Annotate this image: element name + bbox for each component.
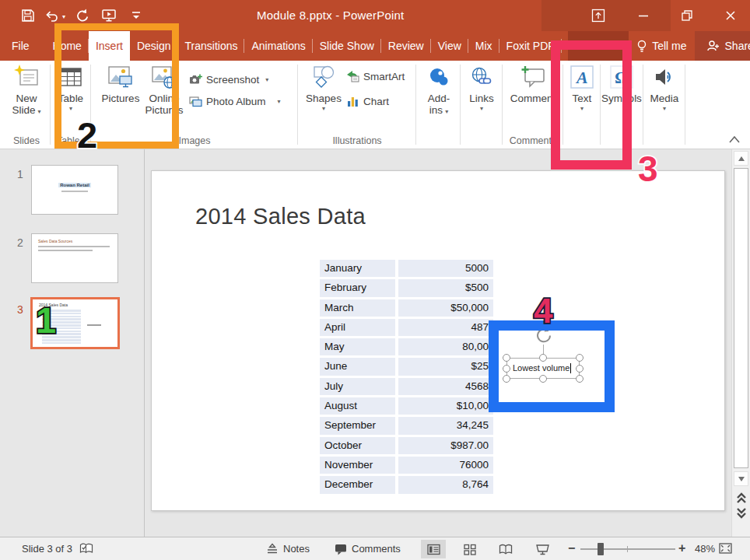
photo-album-button[interactable]: Photo Album▾ [189, 95, 281, 107]
table-cell-value[interactable]: 8,764 [398, 476, 493, 493]
slide-indicator[interactable]: Slide 3 of 3 [22, 543, 72, 555]
close-icon[interactable] [724, 9, 738, 23]
table-cell-month[interactable]: September [320, 417, 398, 434]
table-cell-month[interactable]: November [320, 457, 398, 474]
tab-design[interactable]: Design [130, 31, 178, 61]
tab-tell-me[interactable]: Tell me [629, 31, 694, 61]
tab-format[interactable]: Format [568, 31, 629, 61]
resize-handle-n[interactable] [539, 354, 547, 362]
undo-icon[interactable] [44, 8, 59, 23]
tab-foxit-pdf[interactable]: Foxit PDF [499, 31, 562, 61]
table-cell-month[interactable]: October [320, 437, 398, 454]
undo-dropdown-caret[interactable]: ▾ [62, 13, 65, 20]
notes-button[interactable]: Notes [283, 543, 310, 555]
table-cell-value[interactable]: 5000 [398, 260, 493, 277]
reading-view-button[interactable] [493, 540, 518, 558]
redo-icon[interactable] [75, 8, 90, 23]
symbols-button[interactable]: Ω Symbols [601, 64, 642, 104]
tab-insert[interactable]: Insert [89, 31, 130, 61]
tab-home[interactable]: Home [46, 31, 89, 61]
fit-to-window-icon[interactable] [719, 542, 732, 555]
zoom-slider-thumb[interactable] [598, 543, 604, 555]
table-cell-value[interactable]: 80,00 [398, 338, 493, 355]
add-ins-button[interactable]: Add- ins▾ [419, 64, 459, 117]
text-button[interactable]: A Text ▾ [565, 64, 599, 112]
links-button[interactable]: Links ▾ [462, 64, 501, 112]
screenshot-button[interactable]: Screenshot▾ [189, 73, 281, 86]
tab-view[interactable]: View [431, 31, 468, 61]
slide-thumbnail-2[interactable]: Sales Data Sources [31, 233, 118, 283]
pictures-button[interactable]: Pictures [99, 64, 142, 104]
comments-button[interactable]: Comments [352, 543, 401, 555]
resize-handle-e[interactable] [576, 365, 584, 373]
scroll-down-button[interactable] [734, 471, 748, 486]
resize-handle-nw[interactable] [503, 354, 510, 362]
table-cell-value[interactable]: $50,000 [398, 299, 493, 317]
save-icon[interactable] [20, 8, 36, 23]
slide-thumbnail-1[interactable]: Rowan Retail [31, 165, 118, 215]
chart-button[interactable]: Chart [346, 95, 405, 107]
resize-handle-se[interactable] [576, 375, 584, 383]
table-cell-value[interactable]: 76000 [398, 457, 493, 474]
smartart-button[interactable]: SmartArt [346, 70, 405, 82]
tab-mix[interactable]: Mix [468, 31, 499, 61]
table-cell-month[interactable]: December [320, 476, 398, 493]
table-cell-value[interactable]: 34,245 [398, 417, 493, 434]
start-slideshow-icon[interactable] [101, 8, 117, 23]
resize-handle-ne[interactable] [576, 354, 584, 362]
table-cell-month[interactable]: March [320, 299, 398, 317]
table-cell-value[interactable]: 4568 [398, 378, 493, 395]
tab-share[interactable]: Share [695, 31, 750, 61]
online-pictures-button[interactable]: Online Pictures [142, 64, 186, 116]
comment-button[interactable]: Comment [504, 64, 562, 104]
previous-slide-button[interactable] [735, 492, 748, 504]
table-cell-month[interactable]: August [320, 397, 398, 415]
resize-handle-sw[interactable] [503, 375, 510, 383]
slide-show-view-button[interactable] [530, 540, 555, 558]
table-cell-month[interactable]: February [320, 279, 398, 296]
minimize-icon[interactable] [636, 9, 650, 23]
table-cell-value[interactable]: $987.00 [398, 437, 493, 454]
restore-icon[interactable] [680, 9, 694, 23]
collapse-ribbon-icon[interactable] [728, 135, 741, 144]
resize-handle-s[interactable] [539, 375, 547, 383]
slide-thumbnail-3-selected[interactable]: 2014 Sales Data [30, 297, 120, 349]
table-cell-month[interactable]: July [320, 378, 398, 395]
tab-animations[interactable]: Animations [244, 31, 312, 61]
resize-handle-w[interactable] [503, 365, 510, 373]
table-cell-month[interactable]: June [320, 358, 398, 375]
shapes-button[interactable]: Shapes ▾ [302, 64, 345, 112]
ribbon-display-options-icon[interactable] [591, 9, 605, 23]
media-button[interactable]: Media ▾ [645, 64, 684, 112]
sales-table[interactable]: January5000February$500March$50,000April… [320, 260, 496, 496]
table-cell-value[interactable]: $500 [398, 279, 493, 296]
comments-icon[interactable] [335, 543, 348, 555]
table-cell-month[interactable]: April [320, 319, 398, 336]
table-cell-value[interactable]: 487 [398, 319, 493, 336]
slide-sorter-view-button[interactable] [457, 540, 482, 558]
tab-slide-show[interactable]: Slide Show [313, 31, 381, 61]
spell-check-icon[interactable] [79, 542, 93, 555]
zoom-in-button[interactable]: + [678, 541, 685, 555]
slide-editing-area[interactable]: 2014 Sales Data January5000February$500M… [151, 170, 725, 511]
scroll-up-button[interactable] [734, 151, 748, 166]
table-cell-value[interactable]: $25 [398, 358, 493, 375]
customize-qat-icon[interactable] [131, 8, 142, 23]
next-slide-button[interactable] [735, 507, 748, 520]
tab-file[interactable]: File [0, 31, 41, 61]
table-cell-month[interactable]: May [320, 338, 398, 355]
rotate-handle-icon[interactable] [534, 326, 553, 345]
new-slide-button[interactable]: New Slide▾ [5, 64, 48, 117]
notes-icon[interactable] [266, 543, 279, 555]
zoom-slider-track[interactable] [580, 548, 675, 550]
normal-view-button[interactable] [421, 540, 446, 558]
tab-review[interactable]: Review [381, 31, 431, 61]
tab-transitions[interactable]: Transitions [178, 31, 245, 61]
zoom-out-button[interactable]: − [568, 541, 575, 555]
slide-title-text[interactable]: 2014 Sales Data [195, 204, 366, 229]
table-cell-month[interactable]: January [320, 260, 398, 277]
textbox-selection[interactable]: Lowest volume [506, 358, 580, 379]
zoom-level[interactable]: 48% [695, 543, 715, 555]
table-button[interactable]: Table ▾ [52, 64, 89, 112]
table-cell-value[interactable]: $10,00 [398, 397, 493, 415]
